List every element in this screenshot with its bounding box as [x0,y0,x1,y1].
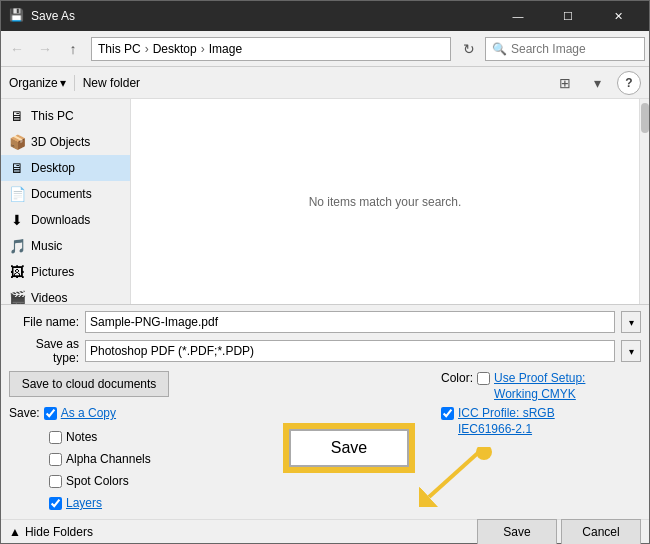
sidebar-item-music[interactable]: 🎵 Music [1,233,130,259]
layers-checkbox[interactable] [49,497,62,510]
breadcrumb-separator-2: › [201,42,205,56]
alpha-channels-label: Alpha Channels [66,452,151,466]
downloads-icon: ⬇ [9,212,25,228]
save-button[interactable]: Save [289,429,409,467]
sidebar-item-label-music: Music [31,239,62,253]
close-button[interactable]: ✕ [595,1,641,31]
view-dropdown-button[interactable]: ▾ [585,71,609,95]
save-button-area: Save [267,371,431,515]
cloud-documents-button[interactable]: Save to cloud documents [9,371,169,397]
use-proof-checkbox[interactable] [477,372,490,385]
icc-profile-checkbox[interactable] [441,407,454,420]
breadcrumb[interactable]: This PC › Desktop › Image [91,37,451,61]
footer-cancel-button[interactable]: Cancel [561,519,641,545]
minimize-button[interactable]: — [495,1,541,31]
notes-row: Notes [9,427,257,447]
sidebar-item-desktop[interactable]: 🖥 Desktop [1,155,130,181]
thispc-icon: 🖥 [9,108,25,124]
hide-folders-icon: ▲ [9,525,21,539]
sidebar-item-label-thispc: This PC [31,109,74,123]
icc-profile-label: ICC Profile: sRGBIEC61966-2.1 [458,406,555,437]
filename-row: File name: ▾ [9,311,641,333]
as-copy-label[interactable]: As a Copy [61,406,116,420]
sidebar-item-3dobjects[interactable]: 📦 3D Objects [1,129,130,155]
toolbar: Organize ▾ New folder ⊞ ▾ ? [1,67,649,99]
search-box: 🔍 [485,37,645,61]
alpha-channels-row: Alpha Channels [9,449,257,469]
filename-input[interactable] [85,311,615,333]
refresh-button[interactable]: ↻ [457,37,481,61]
navbar: ← → ↑ This PC › Desktop › Image ↻ 🔍 [1,31,649,67]
search-icon: 🔍 [492,42,507,56]
toolbar-separator [74,75,75,91]
savetype-input[interactable] [85,340,615,362]
sidebar: 🖥 This PC 📦 3D Objects 🖥 Desktop 📄 Docum… [1,99,131,304]
app-icon: 💾 [9,8,25,24]
new-folder-button[interactable]: New folder [83,76,140,90]
view-button[interactable]: ⊞ [553,71,577,95]
icc-row: ICC Profile: sRGBIEC61966-2.1 [441,406,641,437]
scrollbar-thumb[interactable] [641,103,649,133]
notes-label: Notes [66,430,97,444]
pictures-icon: 🖼 [9,264,25,280]
right-options-area: Color: Use Proof Setup:Working CMYK ICC … [441,371,641,515]
save-options-label: Save: [9,406,40,420]
file-area: No items match your search. [131,99,639,304]
organize-arrow-icon: ▾ [60,76,66,90]
notes-checkbox[interactable] [49,431,62,444]
savetype-dropdown[interactable]: ▾ [621,340,641,362]
sidebar-item-pictures[interactable]: 🖼 Pictures [1,259,130,285]
organize-button[interactable]: Organize ▾ [9,76,66,90]
main-area: 🖥 This PC 📦 3D Objects 🖥 Desktop 📄 Docum… [1,99,649,304]
sidebar-item-label-videos: Videos [31,291,67,304]
layers-label[interactable]: Layers [66,496,102,510]
layers-row: Layers [9,493,257,513]
sidebar-item-label-documents: Documents [31,187,92,201]
dialog-title: Save As [31,9,495,23]
filename-label: File name: [9,315,79,329]
left-options-area: Save to cloud documents Save: As a Copy … [9,371,257,515]
organize-label: Organize [9,76,58,90]
savetype-row: Save as type: ▾ [9,337,641,365]
color-row: Color: Use Proof Setup:Working CMYK [441,371,641,402]
sidebar-item-label-desktop: Desktop [31,161,75,175]
spot-colors-label: Spot Colors [66,474,129,488]
music-icon: 🎵 [9,238,25,254]
documents-icon: 📄 [9,186,25,202]
sidebar-item-label-downloads: Downloads [31,213,90,227]
maximize-button[interactable]: ☐ [545,1,591,31]
search-input[interactable] [511,42,650,56]
save-button-highlight: Save [283,423,415,473]
as-copy-checkbox[interactable] [44,407,57,420]
use-proof-label[interactable]: Use Proof Setup:Working CMYK [494,371,585,402]
hide-folders-bar[interactable]: ▲ Hide Folders Save Cancel [1,519,649,543]
window-controls: — ☐ ✕ [495,1,641,31]
up-button[interactable]: ↑ [61,37,85,61]
sidebar-item-documents[interactable]: 📄 Documents [1,181,130,207]
alpha-channels-checkbox[interactable] [49,453,62,466]
filename-dropdown[interactable]: ▾ [621,311,641,333]
help-button[interactable]: ? [617,71,641,95]
options-middle: Save to cloud documents Save: As a Copy … [9,371,641,515]
sidebar-item-thispc[interactable]: 🖥 This PC [1,103,130,129]
sidebar-item-videos[interactable]: 🎬 Videos [1,285,130,304]
save-row: Save: As a Copy [9,403,257,423]
desktop-icon: 🖥 [9,160,25,176]
breadcrumb-image: Image [209,42,242,56]
3dobjects-icon: 📦 [9,134,25,150]
as-copy-row: As a Copy [44,403,116,423]
videos-icon: 🎬 [9,290,25,304]
back-button[interactable]: ← [5,37,29,61]
footer-save-button[interactable]: Save [477,519,557,545]
save-as-dialog: 💾 Save As — ☐ ✕ ← → ↑ This PC › Desktop … [0,0,650,544]
forward-button[interactable]: → [33,37,57,61]
breadcrumb-separator-1: › [145,42,149,56]
sidebar-item-downloads[interactable]: ⬇ Downloads [1,207,130,233]
hide-folders-label: Hide Folders [25,525,93,539]
empty-message: No items match your search. [309,195,462,209]
file-scrollbar[interactable] [639,99,649,304]
sidebar-item-label-3dobjects: 3D Objects [31,135,90,149]
scrollbar-track [640,99,649,304]
titlebar: 💾 Save As — ☐ ✕ [1,1,649,31]
spot-colors-checkbox[interactable] [49,475,62,488]
